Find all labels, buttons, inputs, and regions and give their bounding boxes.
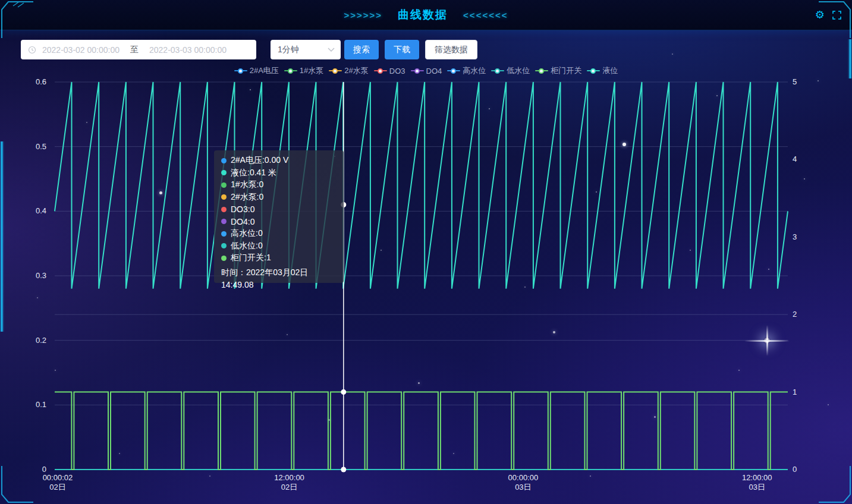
legend-marker-icon [587,68,600,74]
x-axis-label-day: 03日 [749,483,765,492]
date-end-value: 2022-03-03 00:00:00 [149,45,227,55]
legend-label: 1#水泵 [300,65,323,76]
tooltip-item: 液位:0.41 米 [221,167,337,179]
series-color-dot [221,231,227,237]
tooltip-item: 低水位:0 [221,240,337,253]
legend-marker-icon [374,68,387,74]
tooltip-item: DO4:0 [221,216,337,228]
clock-icon [28,46,36,54]
y-axis-left-label: 0.1 [36,400,46,409]
tooltip-items: 2#A电压:0.00 V液位:0.41 米1#水泵:02#水泵:0DO3:0DO… [221,155,337,264]
search-button[interactable]: 搜索 [344,40,379,59]
tooltip-item: 柜门开关:1 [221,252,337,264]
series-color-dot [221,219,227,224]
legend-item-3[interactable]: 2#水泵 [329,65,368,76]
x-axis-label-time: 12:00:00 [742,473,772,482]
settings-gear-icon[interactable]: ⚙ [815,10,825,20]
legend-item-5[interactable]: DO4 [411,65,442,76]
header-deco-left: >>>>>> [344,10,383,20]
page-title: 曲线数据 [398,7,448,23]
legend-item-8[interactable]: 柜门开关 [535,65,581,76]
legend-item-4[interactable]: DO3 [374,65,405,76]
series-color-dot [221,243,227,248]
chart-tooltip: 2#A电压:0.00 V液位:0.41 米1#水泵:02#水泵:0DO3:0DO… [214,150,344,283]
legend-item-6[interactable]: 高水位 [447,65,486,76]
download-button[interactable]: 下载 [385,40,419,59]
legend-marker-icon [447,68,460,74]
series-color-dot [221,158,227,163]
date-separator: 至 [130,45,139,55]
y-axis-right-label: 2 [793,310,797,319]
y-axis-right-label: 0 [793,465,797,474]
legend-label: 低水位 [507,65,530,76]
series-color-dot [221,170,227,175]
date-start-value: 2022-03-02 00:00:00 [42,45,120,55]
x-axis-label-day: 02日 [49,483,65,492]
tooltip-item: DO3:0 [221,203,337,216]
legend-label: 2#A电压 [250,65,279,76]
crosshair-dot-zero-group [341,467,346,472]
series-color-dot [221,182,227,188]
y-axis-left-label: 0.3 [36,271,46,280]
tooltip-item: 2#水泵:0 [221,191,337,204]
legend-item-1[interactable]: 2#A电压 [234,65,279,76]
x-axis-label-day: 03日 [515,483,531,492]
legend-label: DO3 [389,67,405,75]
y-axis-left-label: 0 [42,465,46,474]
y-axis-left-label: 0.5 [36,142,46,151]
tooltip-item: 2#A电压:0.00 V [221,155,337,167]
header-deco-right: <<<<<<< [463,10,508,20]
interval-selected-value: 1分钟 [278,45,299,55]
x-axis-label-time: 00:00:02 [43,473,73,482]
legend-marker-icon [234,68,247,74]
legend-marker-icon [535,68,548,74]
x-axis-label-time: 00:00:00 [508,473,539,482]
legend-marker-icon [491,68,504,74]
header-actions: ⚙ [815,0,841,30]
toolbar: 2022-03-02 00:00:00 至 2022-03-03 00:00:0… [21,40,477,59]
legend-item-9[interactable]: 液位 [587,65,618,76]
legend-label: 高水位 [463,65,486,76]
x-axis-label-time: 12:00:00 [274,473,304,482]
interval-select[interactable]: 1分钟 [271,40,341,59]
tooltip-item: 高水位:0 [221,228,337,240]
crosshair-dot-柜门开关 [341,389,346,395]
y-axis-left-label: 0.2 [36,336,46,345]
y-axis-left-label: 0.4 [36,206,46,215]
tooltip-time: 时间：2022年03月02日 14:49.08 [221,266,337,279]
y-axis-right-label: 5 [793,77,797,86]
app-root: >>>>>> 曲线数据 <<<<<<< ⚙ 2022-03-02 00:00:0… [0,0,852,504]
fullscreen-icon[interactable] [832,11,841,20]
legend-label: 2#水泵 [344,65,368,76]
legend-marker-icon [411,68,424,74]
legend-item-2[interactable]: 1#水泵 [284,65,323,76]
filter-data-button[interactable]: 筛选数据 [425,40,477,59]
tooltip-item: 1#水泵:0 [221,179,337,191]
series-color-dot [221,207,227,212]
y-axis-right-label: 1 [793,388,797,396]
series-line-柜门开关 [55,392,788,470]
chevron-down-icon [328,48,335,52]
series-color-dot [221,194,227,200]
header-bar: >>>>>> 曲线数据 <<<<<<< ⚙ [0,0,852,30]
legend-item-7[interactable]: 低水位 [491,65,530,76]
y-axis-left-label: 0.6 [36,77,46,86]
legend-marker-icon [329,68,342,74]
y-axis-right-label: 4 [793,155,797,163]
legend-label: DO4 [426,67,442,75]
legend-label: 液位 [602,65,618,76]
date-range-input[interactable]: 2022-03-02 00:00:00 至 2022-03-03 00:00:0… [21,40,256,59]
series-color-dot [221,256,227,261]
x-axis-label-day: 02日 [281,483,297,492]
legend-marker-icon [284,68,297,74]
y-axis-right-label: 3 [793,232,797,241]
legend-label: 柜门开关 [551,65,581,76]
chart-legend: 2#A电压1#水泵2#水泵DO3DO4高水位低水位柜门开关液位 [0,65,852,76]
series-line-液位 [55,82,788,289]
